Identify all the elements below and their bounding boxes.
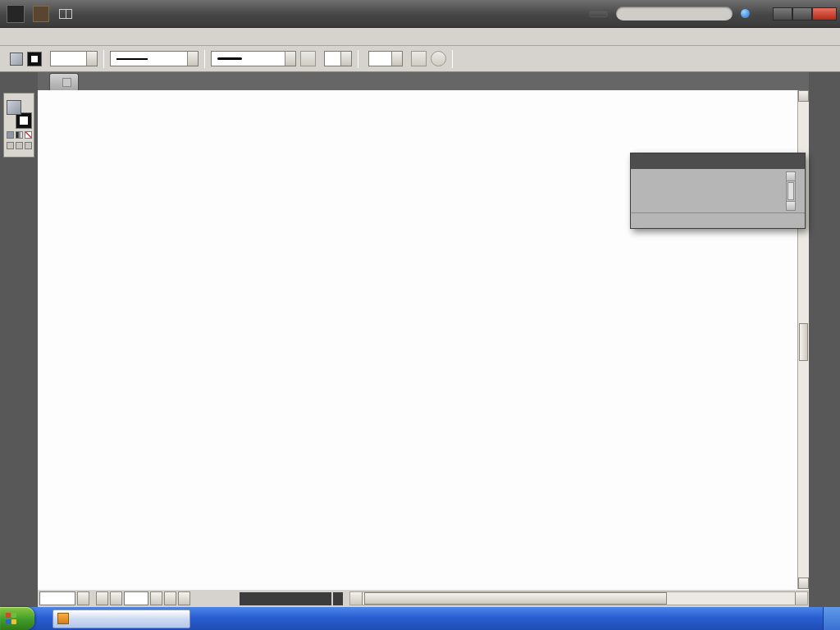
status-flyout-button[interactable] bbox=[333, 592, 343, 605]
swatch-grid bbox=[634, 171, 783, 211]
draw-inside-button[interactable] bbox=[25, 142, 32, 149]
swatches-scroll-thumb[interactable] bbox=[788, 182, 794, 200]
opacity-mask-button[interactable] bbox=[411, 51, 427, 66]
bridge-icon[interactable] bbox=[33, 6, 49, 22]
left-dock-collapse-button[interactable] bbox=[0, 72, 38, 90]
draw-behind-button[interactable] bbox=[16, 142, 23, 149]
close-button[interactable] bbox=[812, 7, 837, 21]
separator bbox=[358, 50, 358, 68]
horizontal-scrollbar[interactable] bbox=[349, 591, 808, 605]
control-bar bbox=[0, 46, 840, 72]
chevron-down-icon[interactable] bbox=[285, 52, 295, 66]
horizontal-scroll-track[interactable] bbox=[363, 592, 795, 605]
swatches-panel bbox=[630, 153, 806, 229]
swatches-panel-buttons bbox=[631, 212, 805, 228]
next-artboard-button[interactable] bbox=[164, 591, 176, 605]
scroll-down-button[interactable] bbox=[787, 201, 795, 210]
fill-stroke-indicator[interactable] bbox=[6, 100, 32, 128]
previous-artboard-button[interactable] bbox=[110, 591, 122, 605]
color-mode-button[interactable] bbox=[7, 131, 14, 139]
swatches-panel-tabs bbox=[631, 153, 805, 169]
close-icon[interactable] bbox=[62, 78, 71, 87]
brush-preview-line bbox=[217, 57, 242, 60]
start-button[interactable] bbox=[0, 607, 34, 630]
swatches-scrollbar[interactable] bbox=[786, 171, 796, 211]
zoom-dropdown-arrow[interactable] bbox=[77, 591, 89, 605]
fill-swatch bbox=[10, 52, 23, 66]
stroke-weight-combo[interactable] bbox=[50, 51, 98, 66]
profile-preview-line bbox=[116, 58, 148, 60]
scroll-right-button[interactable] bbox=[795, 592, 807, 605]
draw-normal-button[interactable] bbox=[7, 142, 14, 149]
separator bbox=[452, 50, 453, 68]
document-tab-strip bbox=[38, 72, 809, 90]
stroke-color-dropdown[interactable] bbox=[28, 52, 42, 66]
tools-dock bbox=[0, 90, 38, 607]
horizontal-scroll-thumb[interactable] bbox=[364, 592, 667, 605]
illustrator-app-icon bbox=[7, 5, 25, 23]
separator bbox=[103, 50, 104, 68]
artboard-dropdown-arrow[interactable] bbox=[150, 591, 162, 605]
separator bbox=[204, 50, 205, 68]
fill-color-dropdown[interactable] bbox=[10, 52, 24, 66]
opacity-combo[interactable] bbox=[368, 51, 403, 66]
scroll-down-button[interactable] bbox=[798, 578, 809, 589]
illustrator-task-icon bbox=[57, 613, 69, 624]
chevron-down-icon[interactable] bbox=[86, 52, 97, 66]
restore-button[interactable] bbox=[792, 7, 812, 21]
chevron-down-icon[interactable] bbox=[187, 52, 198, 66]
fill-proxy[interactable] bbox=[7, 100, 21, 115]
arrange-documents-icon[interactable] bbox=[59, 9, 72, 19]
vertical-scroll-thumb[interactable] bbox=[799, 323, 808, 361]
right-dock-collapse-button[interactable] bbox=[809, 72, 840, 90]
chevron-down-icon[interactable] bbox=[391, 52, 402, 66]
scroll-up-button[interactable] bbox=[798, 90, 809, 102]
stroke-swatch bbox=[28, 52, 41, 66]
artboard-number-field[interactable] bbox=[124, 591, 148, 605]
minimize-button[interactable] bbox=[773, 7, 792, 21]
zoom-level-field[interactable] bbox=[39, 591, 75, 605]
system-tray bbox=[823, 607, 840, 630]
menu-bar bbox=[0, 28, 840, 46]
status-bar bbox=[38, 589, 809, 607]
cs-live-icon bbox=[741, 9, 750, 18]
chevron-down-icon[interactable] bbox=[340, 52, 351, 66]
none-mode-button[interactable] bbox=[25, 131, 32, 139]
style-dropdown[interactable] bbox=[324, 51, 352, 66]
search-input[interactable] bbox=[616, 7, 733, 21]
title-bar bbox=[0, 0, 840, 28]
scroll-left-button[interactable] bbox=[350, 592, 363, 605]
cs-live-button[interactable] bbox=[741, 9, 758, 18]
stroke-proxy[interactable] bbox=[16, 113, 31, 128]
taskbar-document-button[interactable] bbox=[52, 609, 190, 628]
scroll-up-button[interactable] bbox=[787, 172, 795, 181]
first-artboard-button[interactable] bbox=[96, 591, 108, 605]
tool-panel bbox=[3, 93, 34, 158]
status-tool-indicator bbox=[240, 592, 331, 605]
panels-dock bbox=[809, 90, 840, 607]
gear-icon[interactable] bbox=[431, 51, 446, 66]
windows-taskbar bbox=[0, 607, 840, 630]
workspace-switcher[interactable] bbox=[589, 11, 608, 17]
brush-definition-dropdown[interactable] bbox=[211, 51, 296, 66]
document-tab[interactable] bbox=[49, 73, 79, 90]
width-profile-dropdown[interactable] bbox=[110, 51, 199, 66]
gradient-mode-button[interactable] bbox=[16, 131, 23, 139]
windows-flag-icon bbox=[6, 613, 17, 624]
last-artboard-button[interactable] bbox=[178, 591, 190, 605]
recolor-artwork-button[interactable] bbox=[300, 51, 316, 66]
